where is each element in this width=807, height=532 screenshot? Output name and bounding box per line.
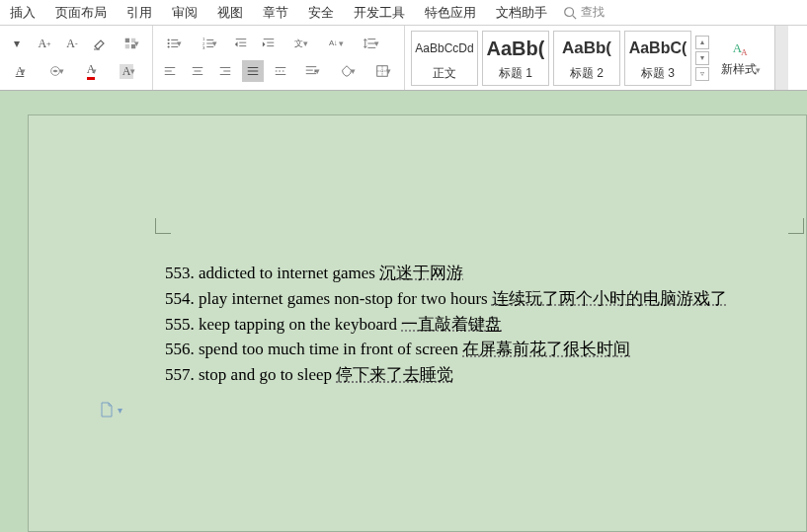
menu-references[interactable]: 引用 <box>117 4 162 22</box>
clear-format-button[interactable] <box>89 33 111 54</box>
doc-line[interactable]: 553. addicted to internet games 沉迷于网游 <box>165 262 786 285</box>
new-style-label: 新样式 <box>721 61 757 78</box>
style-heading3[interactable]: AaBbC( 标题 3 <box>624 31 691 86</box>
style-heading1[interactable]: AaBb( 标题 1 <box>482 31 549 86</box>
increase-indent-button[interactable] <box>258 33 280 54</box>
line-number: 557. <box>165 365 199 384</box>
page-side-widget[interactable]: ▾ <box>100 402 122 418</box>
line-english: keep tapping on the keyboard <box>199 315 397 334</box>
menu-security[interactable]: 安全 <box>298 4 344 22</box>
new-style-button[interactable]: AA 新样式▾ <box>713 38 768 78</box>
doc-line[interactable]: 555. keep tapping on the keyboard 一直敲着键盘 <box>165 313 786 337</box>
menu-view[interactable]: 视图 <box>207 4 253 22</box>
new-style-icon: AA <box>730 38 752 59</box>
line-english: play internet games non-stop for two hou… <box>199 289 488 308</box>
style-next-button[interactable]: ▾ <box>695 51 709 65</box>
line-english: addicted to internet games <box>199 264 375 282</box>
line-english: stop and go to sleep <box>199 365 332 384</box>
search-box[interactable]: 查找 <box>563 4 605 21</box>
borders-button[interactable]: ▾ <box>368 60 398 82</box>
ribbon-styles-group: AaBbCcDd 正文 AaBb( 标题 1 AaBb( 标题 2 AaBbC(… <box>405 26 774 90</box>
page[interactable]: 553. addicted to internet games 沉迷于网游554… <box>28 114 807 532</box>
highlight-button[interactable]: A▾ <box>113 60 142 82</box>
svg-point-12 <box>168 45 170 47</box>
ribbon: ▾ A+ A- ▾ A▾ ▾ A▾ A▾ ▾ <box>0 26 807 91</box>
ribbon-paragraph-group: ▾ 123▾ 文▾ A↓▾ ▾ <box>153 26 405 90</box>
shrink-font-button[interactable]: A- <box>61 33 83 54</box>
tab-stops-button[interactable]: ▾ <box>297 60 327 82</box>
svg-text:文: 文 <box>294 38 303 48</box>
style-preview: AaBbC( <box>629 34 687 63</box>
menu-review[interactable]: 审阅 <box>162 4 207 22</box>
doc-line[interactable]: 556. spend too much time in front of scr… <box>165 338 786 361</box>
menu-bar: 插入 页面布局 引用 审阅 视图 章节 安全 开发工具 特色应用 文档助手 查找 <box>0 0 807 26</box>
char-style-dropdown[interactable]: ▾ <box>117 33 146 54</box>
svg-rect-5 <box>125 44 129 48</box>
menu-sections[interactable]: 章节 <box>253 4 298 22</box>
line-chinese: 在屏幕前花了很长时间 <box>462 340 630 358</box>
menu-special[interactable]: 特色应用 <box>415 4 486 22</box>
style-label: 标题 3 <box>641 65 675 82</box>
page-icon <box>100 402 114 418</box>
editor-canvas: 553. addicted to internet games 沉迷于网游554… <box>0 91 807 532</box>
doc-line[interactable]: 554. play internet games non-stop for tw… <box>165 287 786 311</box>
chevron-down-icon: ▾ <box>756 65 761 75</box>
doc-line[interactable]: 557. stop and go to sleep 停下来了去睡觉 <box>165 363 786 387</box>
grow-font-button[interactable]: A+ <box>34 33 55 54</box>
line-spacing-button[interactable]: ▾ <box>357 33 386 54</box>
style-label: 标题 2 <box>570 65 604 82</box>
style-more-button[interactable]: ▿ <box>695 67 709 81</box>
search-label: 查找 <box>581 4 605 21</box>
style-prev-button[interactable]: ▴ <box>695 36 709 49</box>
svg-point-8 <box>168 38 170 40</box>
style-label: 标题 1 <box>499 65 532 82</box>
align-justify-button[interactable] <box>242 60 264 82</box>
align-right-button[interactable] <box>214 60 236 82</box>
line-number: 554. <box>165 289 199 308</box>
text-direction-button[interactable]: 文▾ <box>285 33 315 54</box>
align-distribute-button[interactable] <box>270 60 291 82</box>
menu-developer[interactable]: 开发工具 <box>344 4 415 22</box>
font-color-button[interactable]: A▾ <box>77 60 107 82</box>
bullet-list-button[interactable]: ▾ <box>159 33 189 54</box>
svg-text:3: 3 <box>202 45 205 50</box>
svg-text:A↓: A↓ <box>329 38 338 47</box>
svg-rect-3 <box>125 38 129 42</box>
text-effect-button[interactable]: ▾ <box>41 60 71 82</box>
menu-insert[interactable]: 插入 <box>0 4 45 22</box>
style-preview: AaBbCcDd <box>415 34 473 63</box>
change-case-button[interactable]: A▾ <box>6 60 36 82</box>
number-list-button[interactable]: 123▾ <box>195 33 224 54</box>
style-preview: AaBb( <box>487 34 545 63</box>
line-number: 555. <box>165 315 199 334</box>
line-number: 556. <box>165 340 199 358</box>
align-object-button[interactable]: A↓▾ <box>321 33 351 54</box>
ribbon-overflow[interactable] <box>774 26 788 90</box>
svg-point-10 <box>168 42 170 44</box>
margin-marker-top-right <box>788 218 804 234</box>
style-gallery-nav: ▴ ▾ ▿ <box>695 36 709 81</box>
line-chinese: 沉迷于网游 <box>379 264 463 282</box>
chevron-down-icon: ▾ <box>118 405 122 416</box>
shading-button[interactable]: ▾ <box>333 60 363 82</box>
style-preview: AaBb( <box>562 34 611 63</box>
document-body[interactable]: 553. addicted to internet games 沉迷于网游554… <box>165 262 786 389</box>
search-icon <box>563 6 577 20</box>
align-center-button[interactable] <box>187 60 208 82</box>
style-heading2[interactable]: AaBb( 标题 2 <box>553 31 620 86</box>
svg-line-1 <box>573 15 577 19</box>
format-painter-dropdown[interactable]: ▾ <box>6 33 28 54</box>
menu-page-layout[interactable]: 页面布局 <box>45 4 117 22</box>
decrease-indent-button[interactable] <box>230 33 252 54</box>
style-label: 正文 <box>433 65 456 82</box>
align-left-button[interactable] <box>159 60 181 82</box>
line-chinese: 一直敲着键盘 <box>401 315 502 334</box>
line-chinese: 连续玩了两个小时的电脑游戏了 <box>492 289 727 308</box>
ribbon-font-group: ▾ A+ A- ▾ A▾ ▾ A▾ A▾ <box>0 26 153 90</box>
menu-doc-assist[interactable]: 文档助手 <box>486 4 557 22</box>
line-chinese: 停下来了去睡觉 <box>336 365 453 384</box>
line-number: 553. <box>165 264 199 282</box>
style-normal[interactable]: AaBbCcDd 正文 <box>411 31 478 86</box>
svg-text:A: A <box>741 47 748 57</box>
svg-point-0 <box>565 7 574 16</box>
